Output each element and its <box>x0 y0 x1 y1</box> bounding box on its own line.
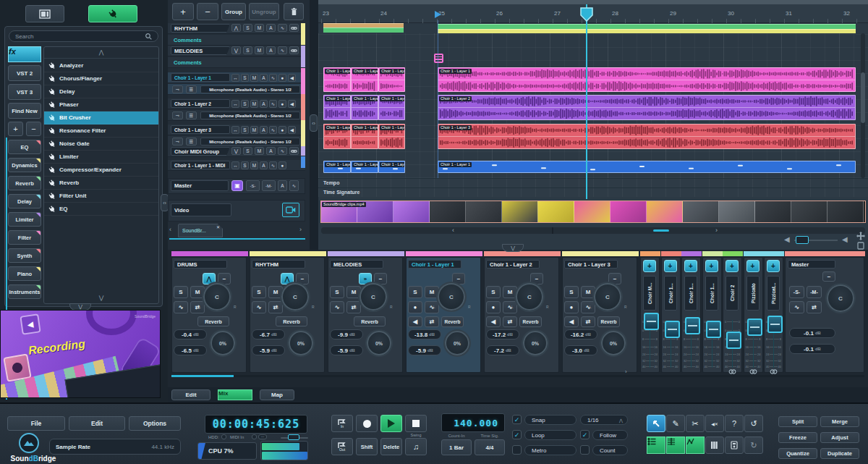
delete-button[interactable]: Delete <box>380 438 402 455</box>
input-routing-button[interactable]: ⇾ <box>172 138 183 145</box>
stop-button[interactable] <box>405 415 427 432</box>
send-level-knob[interactable]: 0% <box>600 329 627 357</box>
plugin-item-limiter[interactable]: Limiter <box>44 151 158 164</box>
master-edit-button[interactable]: ▣ <box>231 180 243 191</box>
delete-track-button[interactable] <box>284 3 304 20</box>
solo-button[interactable]: S <box>252 286 266 298</box>
solo-button[interactable]: S <box>174 286 188 298</box>
channel-name-vertical[interactable]: Choir 1... <box>664 276 677 311</box>
doc-tab-scroll-left[interactable]: ‹ <box>169 226 171 233</box>
count-checkbox[interactable] <box>580 445 590 455</box>
gain-value-field[interactable]: -0.1dB <box>789 328 835 338</box>
track-mute-button[interactable]: M <box>255 24 264 32</box>
menu-options[interactable]: Options <box>129 416 181 431</box>
volume-fader[interactable] <box>767 316 783 333</box>
merge-button[interactable]: Merge <box>820 416 859 427</box>
count-in-button[interactable]: 1 Bar <box>441 439 472 455</box>
help-tool[interactable]: ? <box>725 415 744 432</box>
gain-value-field[interactable]: -13.8dB <box>408 329 441 339</box>
category-reverb[interactable]: Reverb <box>8 176 41 190</box>
gain-value-field[interactable]: -3.0dB <box>564 345 597 355</box>
channel-name-vertical[interactable]: Pizzicat... <box>767 276 780 311</box>
channel-name-vertical[interactable]: Choir 1... <box>705 276 718 311</box>
plugin-item-phaser[interactable]: Phaser <box>44 98 158 111</box>
channel-name-vertical[interactable]: Choir 2 <box>726 276 739 311</box>
audio-clip[interactable]: Choir 1 - Layer 1 <box>438 67 856 92</box>
track-solo-button[interactable]: S <box>243 46 252 54</box>
volume-fader[interactable] <box>726 332 741 349</box>
input-menu-button[interactable]: ☰ <box>186 111 197 119</box>
hscroll-handle[interactable] <box>653 229 669 232</box>
window-layout-button[interactable] <box>25 5 64 22</box>
plugin-item-reverb[interactable]: Reverb <box>44 177 158 190</box>
mixer-tab-edit[interactable]: Edit <box>171 389 210 400</box>
mute-tool[interactable]: ◀✕ <box>705 415 724 432</box>
grid-size-dropdown[interactable]: 1/16⋀ <box>580 415 628 425</box>
record-button[interactable] <box>356 415 378 432</box>
mixer-collapse-handle[interactable]: ⋁ <box>502 244 524 252</box>
send-reverb-button[interactable]: Reverb <box>597 316 620 327</box>
menu-file[interactable]: File <box>7 416 65 431</box>
midi-clip[interactable]: Choir 1 - Layer 1 <box>378 161 405 173</box>
pan-knob[interactable]: C <box>358 282 388 312</box>
plugin-list-scroll-up[interactable]: ⋀ <box>44 47 158 59</box>
master-envelope-button[interactable]: ∿ <box>289 180 299 191</box>
input-menu-button[interactable]: ☰ <box>186 85 197 93</box>
punch-in-button[interactable]: In <box>331 415 353 432</box>
track-mute-button[interactable]: M <box>255 147 264 155</box>
track-collapse-button[interactable]: ⋀ <box>231 24 241 32</box>
crossfade-button[interactable]: ⇄ <box>807 301 822 313</box>
track-envelope-button[interactable]: ∿ <box>269 161 277 169</box>
envelope-button[interactable]: ∿ <box>789 301 804 313</box>
pan-knob[interactable]: C <box>514 282 545 312</box>
follow-toggle[interactable]: Follow <box>592 430 628 440</box>
gain-value-field[interactable]: -5.9dB <box>330 345 363 355</box>
track-mute-button[interactable]: M <box>250 74 258 82</box>
redo-button[interactable]: ↻ <box>744 436 763 454</box>
gain-value-field[interactable]: -6.7dB <box>252 329 285 339</box>
crossfade-button[interactable]: ⇄ <box>581 316 595 327</box>
track-solo-button[interactable]: S <box>243 24 252 32</box>
metro-checkbox[interactable] <box>512 445 522 455</box>
audio-clip[interactable]: Choir 1 - Layer 2 <box>438 95 856 120</box>
plugin-browser-button[interactable] <box>88 5 137 22</box>
gain-value-field[interactable]: -17.2dB <box>486 329 519 339</box>
play-button[interactable] <box>380 415 402 432</box>
plugin-item-bit-crusher[interactable]: Bit Crusher <box>44 111 158 125</box>
channel-name[interactable]: Choir 1 - Layer 3 <box>564 260 618 269</box>
audio-clip[interactable]: Choir 1 - Layer 3 <box>438 124 856 149</box>
pan-tool-icon[interactable] <box>856 232 865 240</box>
tracks-view-button[interactable] <box>647 436 665 454</box>
ungroup-tracks-button[interactable]: Ungroup <box>249 3 279 20</box>
audio-clip[interactable]: Choir 1 - Layer 1 <box>351 67 378 92</box>
audio-clip[interactable]: Choir 1 - Layer 2 <box>378 95 405 120</box>
editor-view-button[interactable] <box>666 436 685 454</box>
browser-tab-fx[interactable]: fx <box>8 46 41 62</box>
metro-toggle[interactable]: Metro <box>524 445 576 455</box>
plugin-item-chorus-flanger[interactable]: Chorus/Flanger <box>44 72 158 85</box>
video-monitor-button[interactable] <box>282 203 299 217</box>
plugin-item-noise-gate[interactable]: Noise Gate <box>44 138 158 151</box>
plugin-item-filter-unit[interactable]: Filter Unit <box>44 190 158 203</box>
browser-tab-vst-2[interactable]: VST 2 <box>8 65 41 81</box>
track-mute-button[interactable]: M <box>250 126 258 134</box>
mixer-hscroll-handle[interactable] <box>171 375 234 377</box>
mixer-channel[interactable] <box>406 257 481 373</box>
send-level-knob[interactable]: 0% <box>522 329 549 357</box>
track-automation-button[interactable]: A <box>260 100 268 108</box>
adjust-button[interactable]: Adjust <box>820 432 859 443</box>
zoom-in-arrow[interactable]: ◀ <box>842 235 848 243</box>
track-input-field[interactable]: Microphone (Realtek Audio) - Stereo 1/2 <box>200 138 300 145</box>
category-dynamics[interactable]: Dynamics <box>8 158 41 172</box>
close-icon[interactable]: ✕ <box>216 224 220 229</box>
track-mute-button[interactable]: M <box>250 100 258 108</box>
split-button[interactable]: Split <box>778 416 817 427</box>
track-name[interactable]: RHYTHM <box>171 24 230 33</box>
follow-checkbox[interactable]: ✓ <box>580 430 590 439</box>
gain-value-field[interactable]: -9.9dB <box>330 329 363 339</box>
audio-clip[interactable]: Choir 1 - Layer 1 <box>378 67 405 92</box>
track-collapse-button[interactable]: ⋁ <box>231 46 241 54</box>
audio-clip[interactable]: Choir 1 - Layer 1 <box>323 67 351 92</box>
track-monitor-button[interactable]: ◀ <box>288 126 296 134</box>
automation-view-button[interactable] <box>686 436 705 454</box>
